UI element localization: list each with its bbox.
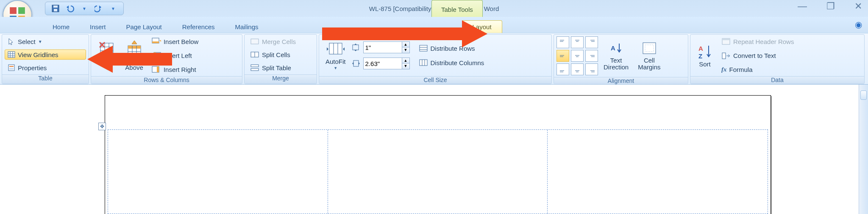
- down-arrow-icon[interactable]: ▼: [402, 63, 409, 69]
- row-height-icon: [351, 43, 361, 52]
- scrollbar-thumb[interactable]: [860, 91, 867, 100]
- insert-right-label: Insert Right: [164, 66, 196, 73]
- tab-page-layout[interactable]: Page Layout: [116, 21, 172, 33]
- ribbon: Select ▼ View Gridlines Properties Table…: [0, 33, 868, 85]
- delete-table-icon: [99, 41, 115, 58]
- align-top-left[interactable]: [556, 36, 569, 48]
- row-height-spinner[interactable]: ▲▼: [363, 41, 410, 53]
- align-top-center[interactable]: [571, 36, 584, 48]
- convert-to-text-button[interactable]: Convert to Text: [718, 51, 797, 61]
- merge-cells-button[interactable]: Merge Cells: [247, 36, 314, 47]
- autofit-button[interactable]: AutoFit ▼: [322, 36, 350, 74]
- help-icon[interactable]: ◉: [855, 19, 862, 30]
- vertical-scrollbar[interactable]: [859, 85, 868, 214]
- table-move-handle[interactable]: ✥: [98, 123, 106, 130]
- svg-rect-7: [8, 52, 15, 58]
- chevron-down-icon: ▼: [38, 39, 42, 44]
- svg-rect-43: [420, 45, 427, 51]
- view-gridlines-button[interactable]: View Gridlines: [5, 49, 86, 60]
- qat-dropdown-icon[interactable]: ▼: [80, 4, 89, 13]
- save-icon[interactable]: [51, 4, 60, 13]
- svg-rect-23: [128, 46, 141, 49]
- insert-left-button[interactable]: Insert Left: [149, 50, 202, 60]
- formula-button[interactable]: fx Formula: [718, 65, 797, 74]
- cell-margins-button[interactable]: Cell Margins: [634, 36, 664, 74]
- split-table-button[interactable]: Split Table: [247, 63, 314, 73]
- group-table: Select ▼ View Gridlines Properties Table: [2, 34, 89, 84]
- svg-text:Z: Z: [698, 52, 702, 60]
- distribute-cols-label: Distribute Columns: [431, 59, 484, 66]
- align-bottom-left[interactable]: [556, 63, 569, 75]
- svg-rect-5: [53, 5, 58, 8]
- tab-layout[interactable]: Layout: [462, 20, 502, 33]
- insert-right-button[interactable]: Insert Right: [149, 64, 202, 74]
- quick-access-toolbar: ▼ ▼: [45, 2, 124, 15]
- distribute-columns-button[interactable]: Distribute Columns: [416, 58, 487, 68]
- group-cell-size-title: Cell Size: [319, 76, 551, 84]
- svg-rect-28: [152, 41, 159, 43]
- distribute-rows-icon: [419, 44, 428, 52]
- insert-above-button[interactable]: Insert Above: [121, 36, 147, 74]
- table[interactable]: [108, 129, 768, 214]
- tab-references[interactable]: References: [172, 21, 225, 33]
- align-top-right[interactable]: [585, 36, 598, 48]
- chevron-down-icon: ▼: [105, 66, 108, 70]
- align-center-right[interactable]: [585, 50, 598, 62]
- insert-below-icon: [152, 38, 161, 45]
- cell-margins-icon: [641, 40, 657, 56]
- insert-below-label: Insert Below: [164, 38, 199, 45]
- tab-mailings[interactable]: Mailings: [225, 21, 269, 33]
- text-direction-button[interactable]: A Text Direction: [600, 36, 632, 74]
- autofit-icon: [327, 41, 345, 58]
- svg-rect-41: [353, 45, 359, 50]
- tab-insert[interactable]: Insert: [80, 21, 116, 33]
- row-height-input[interactable]: [364, 42, 402, 53]
- properties-button[interactable]: Properties: [5, 63, 86, 73]
- qat-customize-icon[interactable]: ▼: [109, 4, 117, 13]
- group-data-title: Data: [690, 76, 864, 84]
- insert-below-button[interactable]: Insert Below: [149, 36, 202, 47]
- col-width-input[interactable]: [364, 58, 402, 69]
- align-center-center[interactable]: [571, 50, 584, 62]
- delete-label: Delete: [97, 58, 116, 65]
- insert-left-icon: [152, 52, 161, 59]
- sort-button[interactable]: AZ Sort: [693, 36, 717, 74]
- svg-rect-14: [9, 68, 14, 70]
- undo-icon[interactable]: [66, 4, 74, 13]
- split-cells-icon: [250, 51, 259, 58]
- group-cell-size: AutoFit ▼ ▲▼ ▲▼ Distribute Rows: [319, 34, 552, 84]
- close-button[interactable]: ✕: [854, 2, 862, 11]
- properties-label: Properties: [18, 64, 47, 71]
- page[interactable]: ✥: [105, 95, 771, 214]
- align-center-left[interactable]: [556, 50, 569, 62]
- convert-text-label: Convert to Text: [733, 52, 776, 59]
- redo-icon[interactable]: [95, 4, 103, 13]
- contextual-tab-tabletools: Table Tools: [431, 0, 483, 17]
- svg-rect-1: [18, 7, 25, 14]
- formula-label: Formula: [729, 66, 753, 73]
- titlebar: ▼ ▼ WL-875 [Compatibility Mode] - Micros…: [0, 0, 868, 17]
- up-arrow-icon[interactable]: ▲: [402, 58, 409, 63]
- select-button[interactable]: Select ▼: [5, 36, 86, 47]
- svg-text:A: A: [698, 45, 703, 52]
- svg-rect-36: [251, 65, 259, 67]
- distribute-rows-label: Distribute Rows: [431, 45, 475, 52]
- delete-button[interactable]: Delete ▼: [94, 36, 120, 74]
- align-bottom-center[interactable]: [571, 63, 584, 75]
- group-merge: Merge Cells Split Cells Split Table Merg…: [244, 34, 317, 84]
- down-arrow-icon[interactable]: ▼: [402, 47, 409, 53]
- col-width-spinner[interactable]: ▲▼: [363, 58, 410, 69]
- svg-rect-73: [722, 38, 730, 40]
- svg-rect-0: [10, 7, 17, 14]
- distribute-rows-button[interactable]: Distribute Rows: [416, 43, 487, 53]
- maximize-button[interactable]: ❐: [826, 2, 835, 11]
- repeat-header-label: Repeat Header Rows: [733, 38, 794, 45]
- tab-home[interactable]: Home: [42, 21, 80, 33]
- repeat-header-rows-button[interactable]: Repeat Header Rows: [718, 36, 797, 47]
- align-bottom-right[interactable]: [585, 63, 598, 75]
- cell-margins-label: Cell Margins: [638, 57, 660, 71]
- svg-rect-6: [54, 9, 57, 11]
- split-cells-button[interactable]: Split Cells: [247, 49, 314, 60]
- up-arrow-icon[interactable]: ▲: [402, 42, 409, 47]
- minimize-button[interactable]: —: [798, 2, 807, 11]
